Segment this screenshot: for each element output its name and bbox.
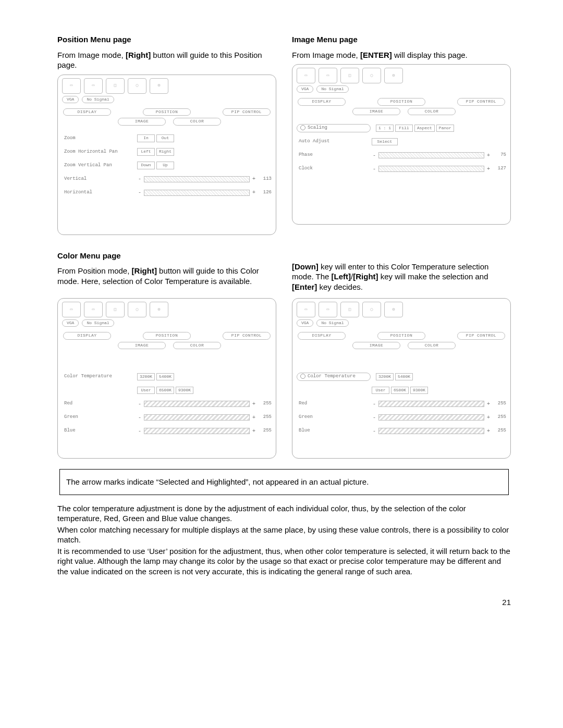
- minus-icon: -: [372, 152, 377, 159]
- val-phase: 75: [493, 152, 506, 158]
- pip-icon: ◫: [340, 302, 359, 317]
- tab-position: POSITION: [377, 332, 425, 339]
- color-desc: From Position mode, [Right] button will …: [57, 266, 276, 286]
- row-color-panels: ▭ ▭ ◫ ◯ ⚙ VGA No Signal DISPLAY POSITION…: [57, 296, 511, 459]
- minus-icon: -: [372, 414, 377, 421]
- row-autoadjust: Auto Adjust Select: [297, 135, 506, 149]
- slider-blue: [378, 428, 484, 434]
- slider-clock: [378, 166, 484, 172]
- slider-green: [144, 414, 250, 421]
- btn-3200k: 3200K: [376, 373, 394, 380]
- position-title: Position Menu page: [57, 34, 276, 45]
- color-right-desc: [Down] key will enter to this Color Temp…: [292, 262, 511, 292]
- tab-pip: PIP CONTROL: [223, 332, 271, 339]
- plus-icon: +: [486, 152, 491, 159]
- minus-icon: -: [137, 401, 142, 408]
- minus-icon: -: [137, 428, 142, 435]
- gear-icon: ⚙: [150, 78, 168, 94]
- slider-horizontal: [144, 190, 250, 196]
- minus-icon: -: [372, 428, 377, 435]
- btn-3200k: 3200K: [137, 373, 155, 380]
- monitor-icon: ▭: [84, 78, 103, 94]
- label-blue: Blue: [297, 428, 372, 434]
- label-red: Red: [297, 401, 372, 407]
- t3: key decides.: [317, 282, 363, 291]
- position-osd: ▭ ▭ ◫ ◯ ⚙ VGA No Signal DISPLAY POSITION…: [57, 75, 276, 235]
- monitor-icon: ▭: [297, 68, 315, 83]
- btn-scale-panor: Panor: [436, 125, 454, 132]
- tab-color: COLOR: [408, 108, 456, 115]
- slider-phase: [378, 152, 484, 158]
- status-nosignal: No Signal: [316, 319, 348, 327]
- slider-vertical: [144, 176, 250, 182]
- slider-red: [144, 401, 250, 407]
- col-position: Position Menu page From Image mode, [Rig…: [57, 31, 276, 235]
- color-desc-bold: [Right]: [132, 266, 157, 275]
- icon-row: ▭ ▭ ◫ ◯ ⚙: [297, 302, 506, 317]
- plus-icon: +: [251, 189, 256, 196]
- icon-row: ▭ ▭ ◫ ◯ ⚙: [297, 68, 506, 83]
- btn-user: User: [372, 387, 389, 394]
- label-vertical: Vertical: [62, 176, 137, 182]
- status-vga: VGA: [62, 319, 79, 327]
- tab-position: POSITION: [377, 98, 425, 105]
- color-osd-right: ▭ ▭ ◫ ◯ ⚙ VGA No Signal DISPLAY POSITION…: [292, 298, 511, 459]
- tab-color: COLOR: [173, 118, 221, 125]
- b2: [Left]: [332, 272, 351, 281]
- tab-position: POSITION: [143, 108, 191, 116]
- val-green: 255: [493, 414, 506, 421]
- plus-icon: +: [251, 414, 256, 421]
- row-vertical: Vertical - + 113: [62, 172, 272, 186]
- row-zoom: Zoom In Out: [62, 132, 272, 145]
- image-title: Image Menu page: [292, 34, 511, 45]
- globe-icon: ◯: [128, 302, 146, 317]
- btn-select: Select: [372, 138, 398, 145]
- label-red: Red: [62, 401, 137, 407]
- btn-up: Up: [156, 162, 174, 169]
- slider-blue: [144, 428, 250, 434]
- btn-9300k: 9300K: [176, 387, 193, 394]
- label-green: Green: [62, 414, 137, 421]
- label-zoom: Zoom: [62, 135, 137, 142]
- btn-right: Right: [156, 148, 174, 155]
- status-nosignal: No Signal: [316, 85, 348, 93]
- btn-zoom-in: In: [137, 134, 155, 142]
- plus-icon: +: [251, 176, 256, 182]
- label-zhp: Zoom Horizontal Pan: [62, 149, 137, 155]
- row-red: Red - + 255: [297, 397, 506, 411]
- btn-scale-1-1: 1 : 1: [376, 125, 394, 132]
- gear-icon: ⚙: [150, 302, 168, 317]
- val-red: 255: [493, 401, 506, 407]
- monitor-icon: ▭: [319, 302, 337, 317]
- tab-display: DISPLAY: [298, 332, 346, 339]
- slider-red: [378, 401, 484, 407]
- monitor-icon: ▭: [319, 68, 337, 83]
- color-osd-left: ▭ ▭ ◫ ◯ ⚙ VGA No Signal DISPLAY POSITION…: [57, 298, 276, 459]
- row-green: Green - + 255: [62, 411, 272, 424]
- row-colortemp: Color Temperature 3200K 5400K: [62, 370, 272, 384]
- row-zhp: Zoom Horizontal Pan Left Right: [62, 145, 272, 159]
- image-desc: From Image mode, [ENTER] will display th…: [292, 50, 511, 60]
- label-horizontal: Horizontal: [62, 190, 137, 196]
- b4: [Enter]: [292, 282, 317, 291]
- row-green: Green - + 255: [297, 411, 506, 424]
- tabs-row2: IMAGE COLOR: [297, 108, 506, 115]
- val-blue: 255: [258, 428, 272, 434]
- label-blue: Blue: [62, 428, 137, 434]
- note-box: The arrow marks indicate “Selected and H…: [59, 469, 509, 495]
- btn-6500k: 6500K: [156, 387, 174, 394]
- row-zvp: Zoom Vertical Pan Down Up: [62, 159, 272, 172]
- tabs-row2: IMAGE COLOR: [62, 342, 272, 349]
- tabs-row1: DISPLAY POSITION PIP CONTROL: [297, 98, 506, 105]
- tabs-row2: IMAGE COLOR: [297, 342, 506, 349]
- minus-icon: -: [137, 176, 142, 182]
- image-desc-bold: [ENTER]: [360, 51, 392, 59]
- image-desc-post: will display this page.: [392, 51, 468, 59]
- image-desc-pre: From Image mode,: [292, 51, 360, 59]
- tab-color: COLOR: [408, 342, 456, 349]
- tab-image: IMAGE: [118, 118, 166, 125]
- status-vga: VGA: [62, 96, 79, 103]
- b3: [Right]: [353, 272, 378, 281]
- col-color-left-head: Color Menu page From Position mode, [Rig…: [57, 248, 276, 297]
- btn-5400k: 5400K: [395, 373, 413, 380]
